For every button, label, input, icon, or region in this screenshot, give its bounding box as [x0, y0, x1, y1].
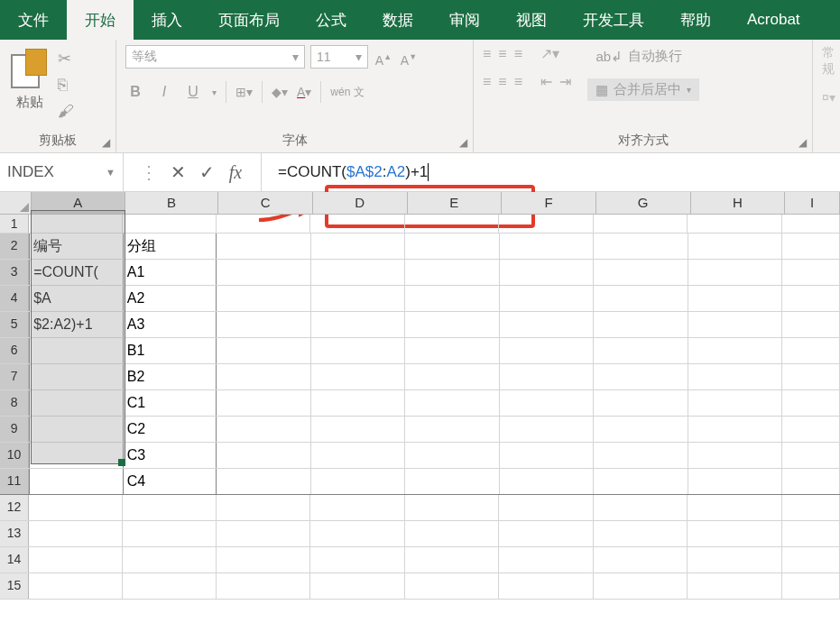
paste-button[interactable]: 粘贴 [16, 94, 43, 111]
cell[interactable] [310, 573, 405, 599]
row-header[interactable]: 7 [0, 364, 29, 389]
cell[interactable] [500, 312, 594, 337]
tab-acrobat[interactable]: Acrobat [729, 0, 818, 40]
cell[interactable]: B1 [124, 338, 217, 363]
cut-icon[interactable]: ✂ [58, 49, 74, 69]
cell[interactable] [594, 260, 688, 285]
row-header[interactable]: 12 [0, 495, 29, 520]
cell[interactable] [688, 286, 782, 311]
cell[interactable] [782, 443, 840, 468]
cell[interactable] [782, 573, 840, 599]
cell[interactable] [405, 312, 499, 337]
cell[interactable] [311, 234, 405, 259]
cell[interactable] [405, 215, 500, 233]
cell[interactable] [123, 573, 217, 599]
cell[interactable] [217, 417, 310, 442]
cell[interactable] [594, 286, 688, 311]
col-header-D[interactable]: D [313, 192, 408, 214]
cell[interactable] [782, 495, 840, 520]
cell[interactable] [500, 364, 594, 389]
cell[interactable] [782, 234, 840, 259]
cell[interactable] [311, 260, 405, 285]
format-painter-icon[interactable]: 🖌 [58, 102, 74, 121]
cell[interactable]: B2 [124, 364, 217, 389]
cell[interactable] [311, 443, 405, 468]
cell[interactable] [311, 390, 405, 416]
cell[interactable] [499, 573, 594, 599]
worksheet-grid[interactable]: A B C D E F G H I 12编号分组3=COUNT(A14$AA25… [0, 192, 840, 600]
cell[interactable] [310, 547, 405, 572]
row-header[interactable]: 5 [0, 312, 29, 337]
cell[interactable] [405, 547, 500, 572]
cell[interactable] [217, 364, 310, 389]
cell[interactable]: C4 [124, 469, 217, 494]
cell[interactable] [405, 260, 499, 285]
cell[interactable] [500, 443, 594, 468]
select-all-triangle[interactable] [0, 192, 32, 214]
cell[interactable] [217, 573, 311, 599]
increase-font-icon[interactable]: A▲ [374, 47, 393, 67]
align-right-icon[interactable]: ≡ [514, 74, 522, 90]
cell[interactable] [500, 234, 594, 259]
border-icon[interactable]: ⊞▾ [235, 85, 253, 99]
fill-color-icon[interactable]: ◆▾ [272, 85, 288, 99]
wrap-text-button[interactable]: ab↲ 自动换行 [587, 45, 699, 68]
cell[interactable] [594, 338, 688, 363]
align-center-icon[interactable]: ≡ [498, 74, 506, 90]
row-header[interactable]: 6 [0, 338, 29, 363]
cell[interactable] [311, 364, 405, 389]
underline-button[interactable]: U [183, 82, 203, 102]
cell[interactable] [594, 417, 688, 442]
cell[interactable] [688, 443, 782, 468]
cell[interactable]: A3 [124, 312, 217, 337]
cell[interactable] [405, 338, 499, 363]
cell[interactable] [782, 215, 840, 233]
tab-formulas[interactable]: 公式 [298, 0, 365, 40]
number-format-combo[interactable]: 常规 [822, 45, 835, 78]
alignment-launcher-icon[interactable]: ◢ [798, 136, 807, 149]
cell[interactable] [594, 521, 688, 546]
cell[interactable] [500, 417, 594, 442]
align-middle-icon[interactable]: ≡ [498, 46, 506, 62]
cell[interactable] [217, 469, 310, 494]
col-header-C[interactable]: C [218, 192, 313, 214]
cell[interactable] [123, 215, 217, 233]
cell[interactable] [688, 469, 782, 494]
cell[interactable] [310, 495, 405, 520]
tab-file[interactable]: 文件 [0, 0, 67, 40]
cell[interactable] [594, 364, 688, 389]
cell[interactable] [782, 286, 840, 311]
chevron-down-icon[interactable]: ▾ [212, 87, 217, 97]
indent-increase-icon[interactable]: ⇥ [559, 73, 571, 90]
row-header[interactable]: 2 [0, 234, 29, 259]
cell[interactable] [500, 390, 594, 416]
cell[interactable] [217, 286, 310, 311]
cell[interactable] [405, 573, 500, 599]
tab-developer[interactable]: 开发工具 [565, 0, 662, 40]
tab-review[interactable]: 审阅 [431, 0, 498, 40]
font-launcher-icon[interactable]: ◢ [459, 136, 467, 149]
clipboard-launcher-icon[interactable]: ◢ [102, 136, 110, 149]
cell[interactable] [405, 286, 499, 311]
cell[interactable] [217, 260, 310, 285]
cell[interactable] [500, 469, 594, 494]
cell[interactable] [688, 390, 782, 416]
cell[interactable] [688, 364, 782, 389]
cell[interactable] [500, 338, 594, 363]
decrease-font-icon[interactable]: A▼ [399, 47, 419, 67]
font-name-combo[interactable]: 等线▾ [125, 45, 305, 69]
cell[interactable] [782, 417, 840, 442]
cell[interactable] [123, 521, 217, 546]
cell[interactable] [688, 547, 782, 572]
cell[interactable] [217, 443, 310, 468]
cell[interactable] [499, 547, 594, 572]
row-header[interactable]: 1 [0, 215, 29, 233]
cell[interactable] [594, 390, 688, 416]
align-top-icon[interactable]: ≡ [483, 46, 491, 62]
cell[interactable] [123, 495, 217, 520]
cell[interactable] [688, 338, 782, 363]
cell[interactable] [405, 417, 499, 442]
cancel-formula-icon[interactable]: ✕ [163, 161, 192, 183]
name-box[interactable]: INDEX▼ [0, 153, 124, 191]
cell[interactable] [688, 234, 782, 259]
